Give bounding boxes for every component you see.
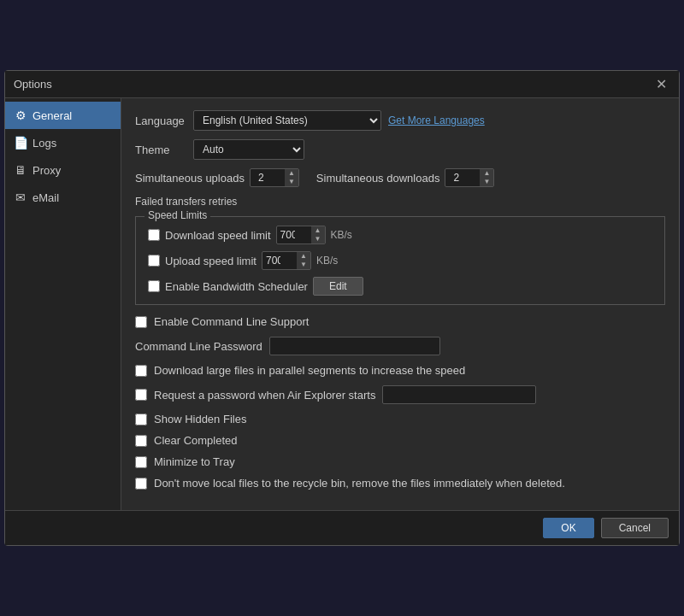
- speed-limits-legend: Speed Limits: [144, 209, 210, 221]
- content-panel: Language English (United States) Get Mor…: [121, 98, 679, 510]
- sidebar-label-email: eMail: [32, 191, 59, 204]
- download-speed-spinbox: ▲ ▼: [276, 226, 326, 244]
- show-hidden-files-row: Show Hidden Files: [135, 413, 665, 425]
- sidebar-label-proxy: Proxy: [32, 164, 61, 177]
- downloads-spin-buttons: ▲ ▼: [480, 169, 493, 186]
- bandwidth-scheduler-label: Enable Bandwidth Scheduler: [165, 280, 308, 293]
- dialog-title: Options: [14, 78, 52, 91]
- command-line-support-label: Enable Command Line Support: [154, 315, 309, 328]
- simultaneous-uploads-input[interactable]: [251, 170, 285, 185]
- download-speed-spin-down[interactable]: ▼: [311, 235, 325, 243]
- uploads-spin-buttons: ▲ ▼: [285, 169, 298, 186]
- theme-label: Theme: [135, 144, 186, 156]
- simultaneous-downloads-spinbox: ▲ ▼: [445, 168, 494, 187]
- dialog-body: ⚙ General 📄 Logs 🖥 Proxy ✉ eMail Languag…: [5, 98, 679, 510]
- gear-icon: ⚙: [14, 109, 27, 122]
- dialog-footer: OK Cancel: [5, 510, 679, 545]
- edit-button[interactable]: Edit: [313, 277, 363, 296]
- upload-speed-spinbox: ▲ ▼: [262, 251, 311, 270]
- minimize-tray-label: Minimize to Tray: [154, 455, 235, 468]
- download-speed-row: Download speed limit ▲ ▼ KB/s: [148, 226, 652, 244]
- show-hidden-files-label: Show Hidden Files: [154, 413, 246, 425]
- proxy-icon: 🖥: [14, 163, 27, 177]
- dont-move-checkbox[interactable]: [135, 478, 147, 490]
- download-speed-label: Download speed limit: [165, 229, 271, 242]
- uploads-spin-up[interactable]: ▲: [285, 169, 298, 178]
- theme-select[interactable]: Auto: [193, 139, 304, 160]
- show-hidden-files-checkbox[interactable]: [135, 414, 147, 425]
- sidebar-item-email[interactable]: ✉ eMail: [5, 184, 121, 211]
- minimize-tray-row: Minimize to Tray: [135, 455, 665, 468]
- simultaneous-uploads-group: Simultaneous uploads ▲ ▼: [135, 168, 299, 187]
- upload-speed-unit: KB/s: [316, 255, 338, 267]
- get-more-languages-link[interactable]: Get More Languages: [388, 114, 485, 126]
- download-speed-input[interactable]: [277, 227, 311, 243]
- upload-speed-input[interactable]: [262, 253, 297, 268]
- sidebar-label-general: General: [32, 109, 72, 122]
- download-speed-spin-up[interactable]: ▲: [311, 226, 325, 235]
- language-select[interactable]: English (United States): [193, 110, 381, 131]
- title-bar: Options ✕: [5, 71, 679, 98]
- minimize-tray-checkbox[interactable]: [135, 456, 147, 468]
- upload-speed-label: Upload speed limit: [165, 255, 256, 267]
- language-label: Language: [135, 114, 186, 127]
- downloads-spin-up[interactable]: ▲: [480, 169, 493, 178]
- clear-completed-checkbox[interactable]: [135, 435, 147, 447]
- upload-speed-spin-down[interactable]: ▼: [297, 261, 310, 269]
- bandwidth-scheduler-checkbox[interactable]: [148, 280, 160, 292]
- simultaneous-uploads-label: Simultaneous uploads: [135, 172, 245, 185]
- simultaneous-uploads-spinbox: ▲ ▼: [250, 168, 299, 187]
- command-line-support-row: Enable Command Line Support: [135, 315, 665, 328]
- upload-speed-spin-buttons: ▲ ▼: [297, 252, 310, 269]
- sidebar-label-logs: Logs: [32, 137, 56, 150]
- simultaneous-downloads-label: Simultaneous downloads: [316, 172, 440, 185]
- simultaneous-row: Simultaneous uploads ▲ ▼ Simultaneous do…: [135, 168, 665, 187]
- upload-speed-row: Upload speed limit ▲ ▼ KB/s: [148, 251, 652, 270]
- download-speed-spin-buttons: ▲ ▼: [311, 226, 325, 243]
- speed-limits-box: Speed Limits Download speed limit ▲ ▼ KB…: [135, 216, 665, 305]
- ok-button[interactable]: OK: [543, 518, 593, 538]
- clear-completed-label: Clear Completed: [154, 434, 238, 447]
- clear-completed-row: Clear Completed: [135, 434, 665, 447]
- bandwidth-scheduler-row: Enable Bandwidth Scheduler Edit: [148, 277, 652, 296]
- command-line-password-row: Command Line Password: [135, 337, 665, 355]
- email-icon: ✉: [14, 191, 27, 204]
- parallel-downloads-checkbox[interactable]: [135, 365, 147, 377]
- downloads-spin-down[interactable]: ▼: [480, 178, 493, 186]
- command-line-password-label: Command Line Password: [135, 340, 262, 353]
- download-speed-unit: KB/s: [331, 229, 352, 241]
- upload-speed-spin-up[interactable]: ▲: [297, 252, 310, 261]
- dont-move-label: Don't move local files to the recycle bi…: [154, 477, 565, 490]
- theme-row: Theme Auto: [135, 139, 665, 160]
- air-explorer-password-input[interactable]: [382, 385, 536, 404]
- air-explorer-password-row: Request a password when Air Explorer sta…: [135, 385, 665, 404]
- dont-move-row: Don't move local files to the recycle bi…: [135, 477, 665, 490]
- air-explorer-password-checkbox[interactable]: [135, 389, 147, 401]
- simultaneous-downloads-input[interactable]: [445, 170, 480, 185]
- uploads-spin-down[interactable]: ▼: [285, 178, 298, 186]
- download-speed-checkbox[interactable]: [148, 229, 160, 241]
- language-row: Language English (United States) Get Mor…: [135, 110, 665, 131]
- parallel-downloads-label: Download large files in parallel segment…: [154, 364, 465, 377]
- simultaneous-downloads-group: Simultaneous downloads ▲ ▼: [316, 168, 494, 187]
- options-dialog: Options ✕ ⚙ General 📄 Logs 🖥 Proxy ✉ eMa…: [4, 70, 680, 546]
- command-line-support-checkbox[interactable]: [135, 316, 147, 328]
- close-button[interactable]: ✕: [652, 76, 670, 92]
- upload-speed-checkbox[interactable]: [148, 255, 160, 267]
- parallel-downloads-row: Download large files in parallel segment…: [135, 364, 665, 377]
- sidebar-item-general[interactable]: ⚙ General: [5, 102, 121, 129]
- sidebar: ⚙ General 📄 Logs 🖥 Proxy ✉ eMail: [5, 98, 121, 510]
- failed-transfers-label: Failed transfers retries: [135, 196, 665, 208]
- sidebar-item-proxy[interactable]: 🖥 Proxy: [5, 156, 121, 184]
- cancel-button[interactable]: Cancel: [601, 518, 669, 538]
- sidebar-item-logs[interactable]: 📄 Logs: [5, 129, 121, 156]
- command-line-password-input[interactable]: [269, 337, 440, 355]
- logs-icon: 📄: [14, 136, 27, 150]
- air-explorer-password-label: Request a password when Air Explorer sta…: [154, 389, 375, 402]
